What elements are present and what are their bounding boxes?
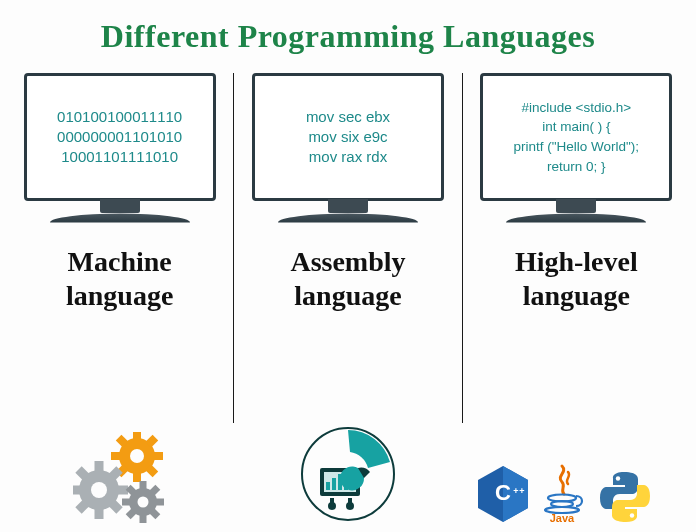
language-logos: C + + Java [476,462,652,524]
svg-point-19 [91,482,107,498]
svg-text:C: C [495,480,511,505]
svg-text:+: + [513,486,518,496]
column-assembly: mov sec ebx mov six e9c mov rax rdx Asse… [238,63,457,423]
columns-container: 010100100011110 000000001101010 10001101… [0,63,696,423]
code-line: return 0; } [547,157,606,177]
java-logo-icon: Java [540,462,588,524]
icons-row: C + + Java [0,424,696,524]
svg-rect-4 [153,452,163,460]
svg-rect-40 [348,498,352,504]
icon-slot-analytics [240,424,456,524]
svg-point-50 [630,513,634,517]
svg-point-49 [616,476,620,480]
monitor-stand-base [278,214,418,223]
svg-rect-23 [122,499,131,506]
svg-rect-33 [326,482,330,490]
screen-highlevel: #include <stdio.h> int main( ) { printf … [480,73,672,201]
monitor-stand-base [506,214,646,223]
label-line: language [66,279,173,313]
column-label-machine: Machine language [66,245,173,312]
icon-slot-gears [24,432,240,524]
label-line: language [290,279,405,313]
screen-machine: 010100100011110 000000001101010 10001101… [24,73,216,201]
svg-rect-2 [133,472,141,482]
monitor-machine: 010100100011110 000000001101010 10001101… [20,73,220,223]
svg-rect-34 [332,478,336,490]
svg-rect-3 [111,452,121,460]
svg-rect-11 [95,461,104,472]
label-line: High-level [515,245,638,279]
svg-rect-38 [330,498,334,504]
svg-point-29 [138,497,149,508]
svg-rect-21 [140,481,147,490]
column-machine: 010100100011110 000000001101010 10001101… [10,63,229,423]
code-line: int main( ) { [542,117,610,137]
monitor-stand-base [50,214,190,223]
svg-rect-22 [140,514,147,523]
page-title: Different Programming Languages [0,0,696,63]
svg-rect-13 [73,486,81,495]
code-line: mov six e9c [308,127,387,147]
gears-icon [73,432,191,524]
label-line: language [515,279,638,313]
code-line: 010100100011110 [57,107,182,127]
vertical-divider [462,73,463,423]
monitor-assembly: mov sec ebx mov six e9c mov rax rdx [248,73,448,223]
code-line: 10001101111010 [61,147,178,167]
svg-text:+: + [519,486,524,496]
column-label-assembly: Assembly language [290,245,405,312]
code-line: mov rax rdx [309,147,387,167]
svg-rect-12 [95,508,104,519]
monitor-highlevel: #include <stdio.h> int main( ) { printf … [476,73,676,223]
monitor-stand-neck [100,199,140,213]
svg-rect-24 [155,499,164,506]
code-line: 000000001101010 [57,127,182,147]
screen-assembly: mov sec ebx mov six e9c mov rax rdx [252,73,444,201]
column-label-highlevel: High-level language [515,245,638,312]
analytics-icon [298,424,398,524]
vertical-divider [233,73,234,423]
monitor-stand-neck [556,199,596,213]
label-line: Machine [66,245,173,279]
svg-point-9 [130,449,144,463]
column-highlevel: #include <stdio.h> int main( ) { printf … [467,63,686,423]
code-line: #include <stdio.h> [522,98,632,118]
code-line: printf ("Hello World"); [514,137,640,157]
svg-rect-1 [133,432,141,440]
monitor-stand-neck [328,199,368,213]
icon-slot-languages: C + + Java [456,462,672,524]
java-label: Java [550,512,575,524]
code-line: mov sec ebx [306,107,390,127]
label-line: Assembly [290,245,405,279]
cpp-logo-icon: C + + [476,464,530,524]
python-logo-icon [598,470,652,524]
